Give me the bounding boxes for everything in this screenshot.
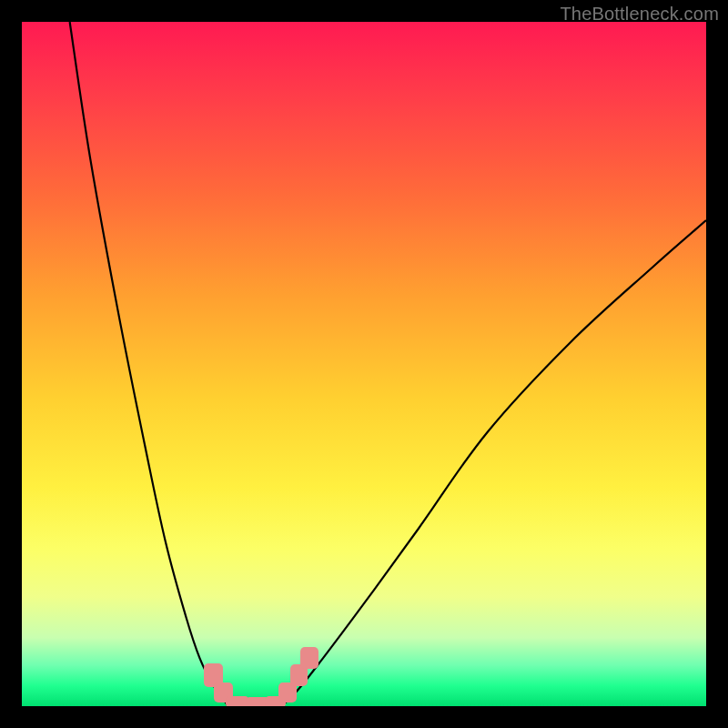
curve-marker [300,647,318,669]
curve-path [70,22,706,706]
watermark-text: TheBottleneck.com [560,4,719,25]
curve-svg [22,22,706,706]
chart-area [22,22,706,706]
